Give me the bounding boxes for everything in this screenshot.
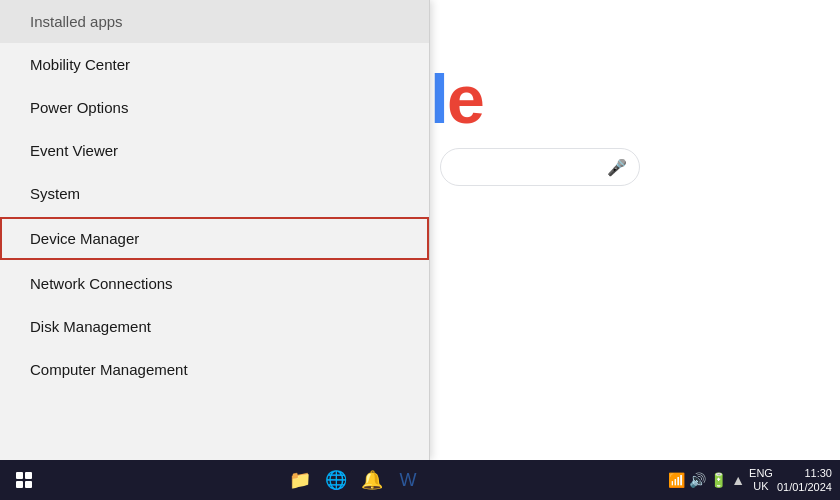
system-tray: 📶 🔊 🔋 ▲ xyxy=(668,472,745,488)
menu-item-event-viewer[interactable]: Event Viewer xyxy=(0,129,429,172)
google-logo-partial: le xyxy=(430,60,483,138)
menu-item-computer-management[interactable]: Computer Management xyxy=(0,348,429,391)
windows-logo-icon xyxy=(16,472,32,488)
sound-tray-icon: 🔊 xyxy=(689,472,706,488)
google-letter-e: e xyxy=(447,60,483,138)
menu-item-device-manager[interactable]: Device Manager xyxy=(0,217,429,260)
menu-item-network-connections[interactable]: Network Connections xyxy=(0,262,429,305)
clock: 11:30 01/01/2024 xyxy=(777,466,832,495)
word-icon[interactable]: W xyxy=(392,464,424,496)
google-letter-l: l xyxy=(430,60,447,138)
language-indicator: ENG UK xyxy=(749,467,773,493)
taskbar: 📁 🌐 🔔 W 📶 🔊 🔋 ▲ ENG UK 11:30 01/01/2024 xyxy=(0,460,840,500)
menu-item-installed-apps[interactable]: Installed apps xyxy=(0,0,429,43)
battery-tray-icon: 🔋 xyxy=(710,472,727,488)
google-search-bar[interactable]: 🎤 xyxy=(440,148,640,186)
taskbar-right: 📶 🔊 🔋 ▲ ENG UK 11:30 01/01/2024 xyxy=(668,466,832,495)
network-tray-icon: 📶 xyxy=(668,472,685,488)
menu-item-mobility-center[interactable]: Mobility Center xyxy=(0,43,429,86)
menu-item-power-options[interactable]: Power Options xyxy=(0,86,429,129)
taskbar-left xyxy=(8,464,40,496)
context-menu: Installed appsMobility CenterPower Optio… xyxy=(0,0,430,460)
microphone-icon: 🎤 xyxy=(607,158,627,177)
notification-icon[interactable]: 🔔 xyxy=(356,464,388,496)
taskbar-center: 📁 🌐 🔔 W xyxy=(284,464,424,496)
menu-item-disk-management[interactable]: Disk Management xyxy=(0,305,429,348)
browser-icon[interactable]: 🌐 xyxy=(320,464,352,496)
menu-item-system[interactable]: System xyxy=(0,172,429,215)
start-button[interactable] xyxy=(8,464,40,496)
file-explorer-icon[interactable]: 📁 xyxy=(284,464,316,496)
arrow-up-icon: ▲ xyxy=(731,472,745,488)
